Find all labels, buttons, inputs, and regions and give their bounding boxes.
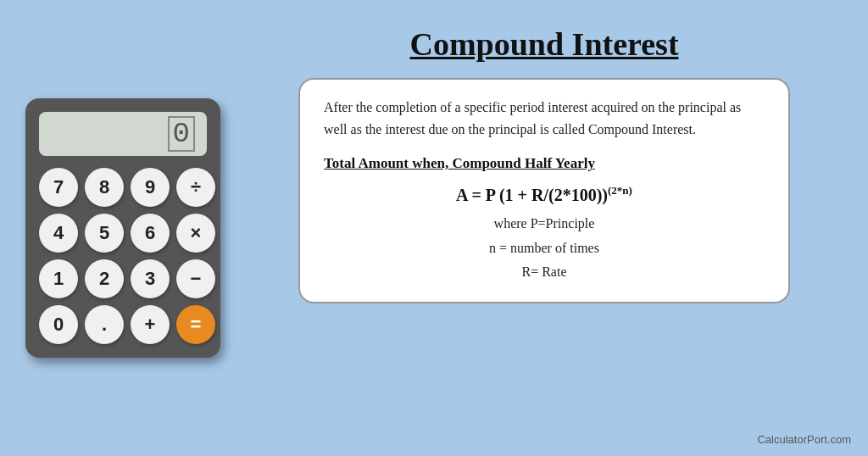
calc-btn-1[interactable]: 1 xyxy=(39,259,78,298)
calc-btn-op[interactable]: + xyxy=(131,305,170,344)
calculator: 0 789÷456×123−0.+= xyxy=(25,98,220,358)
calc-btn-5[interactable]: 5 xyxy=(85,214,124,253)
calc-btn-3[interactable]: 3 xyxy=(131,259,170,298)
calc-btn-6[interactable]: 6 xyxy=(131,214,170,253)
right-content: Compound Interest After the completion o… xyxy=(246,17,843,439)
calc-btn-op[interactable]: = xyxy=(176,305,215,344)
calc-btn-9[interactable]: 9 xyxy=(131,168,170,207)
formula-superscript: (2*n) xyxy=(608,184,632,197)
calc-btn-op[interactable]: ÷ xyxy=(176,168,215,207)
calc-btn-op[interactable]: × xyxy=(176,214,215,253)
calc-btn-op[interactable]: − xyxy=(176,259,215,298)
watermark: CalculatorPort.com xyxy=(757,433,851,446)
definition-text: After the completion of a specific perio… xyxy=(324,97,765,140)
formula-equation: A = P (1 + R/(2*100))(2*n) xyxy=(324,184,765,205)
var2: n = number of times xyxy=(324,236,765,261)
calc-btn-0[interactable]: 0 xyxy=(39,305,78,344)
calc-btn-8[interactable]: 8 xyxy=(85,168,124,207)
main-container: 0 789÷456×123−0.+= Compound Interest Aft… xyxy=(0,0,868,456)
formula-vars: where P=Principle n = number of times R=… xyxy=(324,212,765,285)
calc-buttons: 789÷456×123−0.+= xyxy=(39,168,207,344)
calc-btn-7[interactable]: 7 xyxy=(39,168,78,207)
formula-main: A = P (1 + R/(2*100)) xyxy=(456,186,608,204)
var3: R= Rate xyxy=(324,260,765,285)
info-box: After the completion of a specific perio… xyxy=(298,78,790,303)
var1: where P=Principle xyxy=(324,212,765,236)
calc-display: 0 xyxy=(39,112,207,156)
calc-btn-2[interactable]: 2 xyxy=(85,259,124,298)
calc-display-value: 0 xyxy=(168,116,195,152)
page-title: Compound Interest xyxy=(409,25,678,63)
calc-btn-4[interactable]: 4 xyxy=(39,214,78,253)
formula-title: Total Amount when, Compound Half Yearly xyxy=(324,155,765,172)
calc-btn-op[interactable]: . xyxy=(85,305,124,344)
